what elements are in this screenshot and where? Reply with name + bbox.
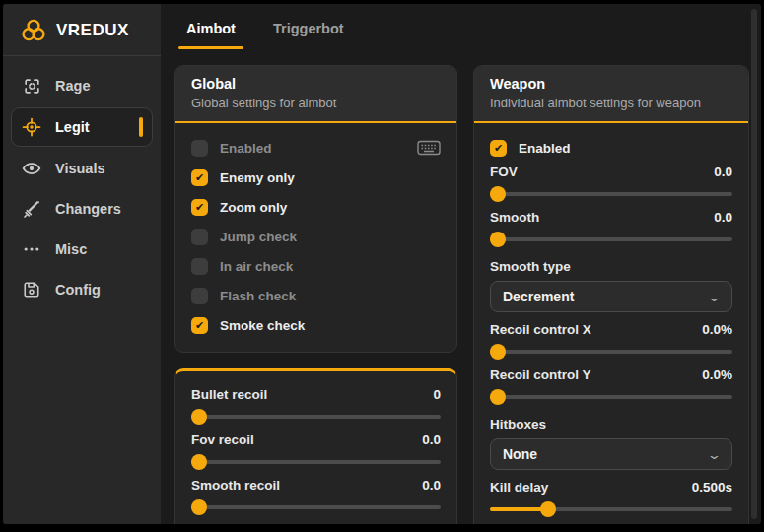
checkbox-row[interactable]: Jump check [191, 222, 441, 251]
select-label: Hitboxes [490, 413, 732, 434]
slider-track[interactable] [191, 460, 441, 464]
global-panel-body: Enabled Enemy only Zoom only [175, 123, 456, 352]
checkbox[interactable] [191, 229, 208, 245]
checkbox[interactable] [191, 140, 208, 157]
slider-value: 0.0 [422, 478, 441, 493]
slider-track[interactable] [490, 237, 732, 241]
right-column: Weapon Individual aimbot settings for we… [473, 65, 749, 524]
global-panel: Global Global settings for aimbot Enable… [174, 65, 457, 353]
app-window: VREDUX RageLegitVisualsChangersMiscConfi… [3, 4, 761, 524]
select-dropdown[interactable]: None ⌄ [490, 438, 732, 470]
sidebar-item-label: Rage [55, 78, 90, 94]
slider-value: 0.0% [702, 367, 732, 382]
slider-head: FOV 0.0 [490, 165, 732, 184]
weapon-panel: Weapon Individual aimbot settings for we… [473, 65, 749, 524]
select-dropdown[interactable]: Decrement ⌄ [490, 281, 732, 312]
left-column: Global Global settings for aimbot Enable… [174, 65, 457, 524]
slider-label: Smooth recoil [191, 478, 280, 493]
checkbox[interactable] [191, 317, 208, 334]
slider-handle[interactable] [191, 499, 207, 515]
checkbox[interactable] [490, 140, 507, 157]
select-row: Hitboxes None ⌄ [490, 413, 732, 470]
checkbox-label: Enabled [519, 141, 571, 156]
checkbox-label: Jump check [220, 230, 297, 244]
checkbox-label: Smoke check [220, 318, 305, 333]
slider-label: Recoil control X [490, 322, 591, 337]
sidebar-item-label: Visuals [55, 161, 105, 176]
checkbox-label: Flash check [220, 289, 296, 303]
slider-row: Smooth recoil 0.0 [191, 478, 441, 509]
slider-handle[interactable] [490, 344, 506, 360]
sidebar-divider [3, 55, 161, 56]
slider-track[interactable] [191, 415, 441, 419]
scrollbar[interactable] [751, 9, 757, 519]
checkbox-label: Enemy only [220, 170, 295, 185]
slider-head: Smooth 0.0 [490, 210, 732, 230]
slider-track[interactable] [490, 395, 732, 399]
slider-handle[interactable] [490, 389, 506, 405]
checkbox[interactable] [191, 288, 208, 304]
slider-handle[interactable] [490, 186, 506, 202]
slider-track[interactable] [490, 192, 732, 196]
checkbox[interactable] [191, 258, 208, 275]
sidebar-item-changers[interactable]: Changers [11, 190, 153, 228]
tab-aimbot[interactable]: Aimbot [184, 17, 238, 40]
chevron-down-icon: ⌄ [707, 291, 722, 303]
slider-head: Smooth recoil 0.0 [191, 478, 441, 498]
app-title: VREDUX [56, 21, 129, 40]
checkbox[interactable] [191, 199, 208, 216]
select-label: Smooth type [490, 255, 732, 277]
slider-value: 0.500s [692, 480, 732, 495]
recoil-panel: Bullet recoil 0 Fov recoil 0.0 Smooth re… [174, 368, 457, 524]
checkbox-row[interactable]: Enemy only [191, 163, 441, 192]
sidebar-item-misc[interactable]: Misc [11, 231, 153, 268]
checkbox-label: In air check [220, 259, 293, 274]
slider-track[interactable] [191, 505, 441, 509]
sidebar-item-rage[interactable]: Rage [11, 67, 153, 104]
select-value: Decrement [503, 289, 574, 304]
slider-value: 0 [433, 387, 441, 402]
tab-triggerbot[interactable]: Triggerbot [271, 17, 346, 40]
dots-icon [22, 239, 41, 259]
select-value: None [503, 446, 537, 462]
legit-target-icon [22, 117, 41, 137]
slider-track[interactable] [490, 507, 732, 511]
checkbox-row[interactable]: Flash check [191, 281, 441, 310]
panel-subtitle: Individual aimbot settings for weapon [490, 96, 732, 110]
sidebar-item-visuals[interactable]: Visuals [11, 150, 153, 187]
slider-handle[interactable] [540, 501, 556, 517]
slider-row: Fov recoil 0.0 [191, 432, 441, 464]
slider-label: FOV [490, 165, 518, 179]
recoil-panel-body: Bullet recoil 0 Fov recoil 0.0 Smooth re… [175, 371, 456, 524]
slider-row: FOV 0.0 [490, 165, 732, 196]
slider-head: Recoil control X 0.0% [490, 322, 732, 342]
sidebar-item-label: Misc [55, 241, 87, 257]
sidebar-item-label: Config [55, 282, 101, 298]
sidebar-item-legit[interactable]: Legit [11, 107, 153, 147]
slider-row: Recoil control Y 0.0% [490, 367, 732, 399]
checkbox[interactable] [191, 169, 208, 186]
sidebar-nav: RageLegitVisualsChangersMiscConfig [3, 64, 161, 311]
slider-handle[interactable] [490, 232, 506, 247]
slider-label: Kill delay [490, 480, 548, 495]
sidebar-item-config[interactable]: Config [11, 271, 153, 308]
weapon-panel-body: Enabled FOV 0.0 Smooth 0.0 Smooth t [474, 123, 748, 524]
global-panel-header: Global Global settings for aimbot [175, 66, 456, 123]
checkbox-row[interactable]: Smoke check [191, 310, 441, 340]
slider-handle[interactable] [191, 454, 207, 470]
checkbox-label: Zoom only [220, 200, 287, 215]
slider-value: 0.0 [714, 165, 732, 179]
slider-row: Bullet recoil 0 [191, 387, 441, 419]
checkbox-row[interactable]: Zoom only [191, 192, 441, 222]
sidebar-item-label: Changers [55, 201, 121, 217]
checkbox-row[interactable]: In air check [191, 251, 441, 281]
slider-head: Fov recoil 0.0 [191, 432, 441, 452]
eye-icon [22, 159, 41, 178]
keyboard-icon[interactable] [417, 139, 441, 157]
panel-title: Global [191, 76, 441, 92]
slider-track[interactable] [490, 350, 732, 354]
checkbox-row[interactable]: Enabled [191, 133, 441, 163]
rage-crosshair-icon [22, 76, 41, 96]
slider-handle[interactable] [191, 409, 207, 425]
checkbox-row[interactable]: Enabled [490, 133, 732, 163]
